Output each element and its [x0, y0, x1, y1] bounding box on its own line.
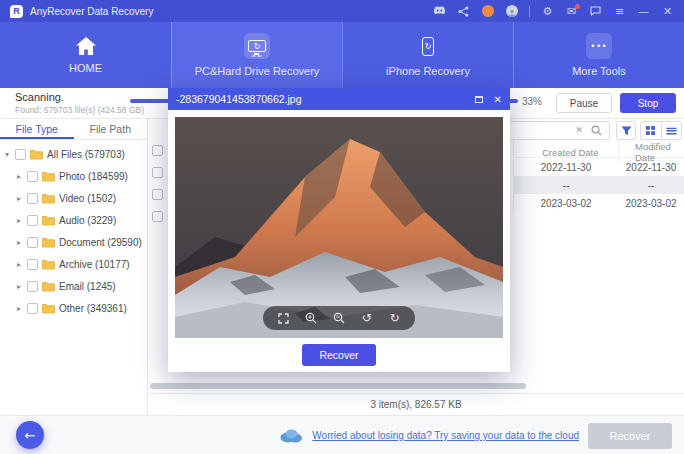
clear-search-icon[interactable]: ✕	[575, 125, 583, 135]
notification-badge	[575, 4, 580, 9]
caret-right-icon[interactable]: ▸	[17, 172, 27, 181]
share-icon[interactable]	[457, 5, 470, 18]
modal-recover-button[interactable]: Recover	[302, 344, 376, 366]
folder-icon	[42, 171, 55, 182]
row-checkbox[interactable]	[152, 189, 163, 200]
row-checkbox[interactable]	[152, 167, 163, 178]
cell-created-date: 2022-11-30	[514, 162, 618, 173]
tree-item-archive[interactable]: ▸ Archive (10177)	[0, 253, 147, 275]
tree-item-photo[interactable]: ▸ Photo (184599)	[0, 165, 147, 187]
tree-item-document[interactable]: ▸ Document (29590)	[0, 231, 147, 253]
settings-icon[interactable]: ⚙	[541, 5, 554, 18]
tree-checkbox[interactable]	[27, 259, 38, 270]
feedback-icon[interactable]	[589, 5, 602, 18]
pause-button[interactable]: Pause	[556, 93, 612, 113]
nav-tab-label: More Tools	[572, 65, 626, 77]
tree-item-audio[interactable]: ▸ Audio (3229)	[0, 209, 147, 231]
recover-button-disabled[interactable]: Recover	[588, 423, 672, 449]
account-avatar-icon[interactable]	[505, 5, 518, 18]
select-all-checkbox[interactable]	[152, 145, 163, 156]
tree-item-email[interactable]: ▸ Email (1245)	[0, 275, 147, 297]
nav-tab-label: PC&Hard Drive Recovery	[195, 65, 320, 77]
table-row-selected[interactable]: -- --	[514, 176, 684, 194]
tree-item-all-files[interactable]: ▾ All Files (579703)	[0, 143, 147, 165]
folder-icon	[42, 281, 55, 292]
file-type-tree: ▾ All Files (579703) ▸ Photo (184599) ▸ …	[0, 140, 147, 319]
search-icon[interactable]	[591, 125, 602, 136]
table-row[interactable]: 2023-03-02 2023-03-02	[514, 194, 684, 212]
rotate-left-icon[interactable]: ↺	[359, 311, 374, 326]
back-button[interactable]: ←	[16, 421, 44, 449]
close-button[interactable]: ✕	[661, 5, 674, 18]
minimize-button[interactable]: —	[637, 5, 650, 18]
horizontal-scrollbar[interactable]	[150, 383, 526, 389]
tree-checkbox[interactable]	[15, 149, 26, 160]
tree-checkbox[interactable]	[27, 193, 38, 204]
inbox-icon[interactable]: ✉	[565, 5, 578, 18]
tree-checkbox[interactable]	[27, 171, 38, 182]
caret-right-icon[interactable]: ▸	[17, 282, 27, 291]
menu-icon[interactable]: ≡	[613, 5, 626, 18]
tree-checkbox[interactable]	[27, 303, 38, 314]
tab-iphone-recovery[interactable]: ↻ iPhone Recovery	[342, 22, 513, 88]
app-logo-icon: R	[10, 5, 23, 18]
caret-right-icon[interactable]: ▸	[17, 260, 27, 269]
tree-item-label: Audio (3229)	[59, 215, 116, 226]
title-bar: R AnyRecover Data Recovery ⚙ ✉ ≡ — ✕	[0, 0, 684, 22]
zoom-in-icon[interactable]	[304, 311, 319, 326]
tree-checkbox[interactable]	[27, 281, 38, 292]
promotion-icon[interactable]	[481, 5, 494, 18]
scan-found-count: Found: 579703 file(s) (424.58 GB)	[15, 105, 144, 115]
caret-right-icon[interactable]: ▸	[17, 304, 27, 313]
tree-checkbox[interactable]	[27, 237, 38, 248]
iphone-recovery-icon: ↻	[415, 33, 441, 59]
list-view-button[interactable]: ≡	[661, 122, 682, 139]
zoom-out-icon[interactable]	[331, 311, 346, 326]
preview-modal: -283679041453870662.jpg ✕	[168, 88, 510, 372]
grid-view-icon	[646, 126, 655, 135]
filter-button[interactable]	[616, 121, 636, 140]
row-checkbox[interactable]	[152, 211, 163, 222]
stop-button[interactable]: Stop	[620, 93, 676, 113]
cell-created-date: 2023-03-02	[514, 198, 618, 209]
titlebar-divider	[529, 6, 530, 17]
maximize-icon[interactable]	[475, 96, 483, 103]
more-tools-icon: •••	[586, 33, 612, 59]
file-tree-panel: File Type File Path ▾ All Files (579703)…	[0, 118, 148, 415]
table-header-row: Created Date Modified Date	[514, 141, 684, 158]
discord-icon[interactable]	[433, 5, 446, 18]
tree-item-label: Video (1502)	[59, 193, 116, 204]
preview-modal-titlebar[interactable]: -283679041453870662.jpg ✕	[168, 88, 510, 110]
tree-checkbox[interactable]	[27, 215, 38, 226]
tree-item-label: All Files (579703)	[47, 149, 125, 160]
tab-file-path[interactable]: File Path	[74, 119, 148, 139]
folder-icon	[42, 259, 55, 270]
pc-recovery-icon: ↻	[244, 33, 270, 59]
caret-down-icon[interactable]: ▾	[5, 150, 15, 159]
tab-home[interactable]: HOME	[0, 22, 171, 88]
cloud-icon	[279, 428, 303, 443]
tab-pc-hard-drive-recovery[interactable]: ↻ PC&Hard Drive Recovery	[171, 22, 342, 88]
grid-view-button[interactable]	[641, 122, 661, 139]
close-preview-icon[interactable]: ✕	[494, 94, 502, 105]
tree-item-video[interactable]: ▸ Video (1502)	[0, 187, 147, 209]
caret-right-icon[interactable]: ▸	[17, 238, 27, 247]
cloud-backup-link[interactable]: Worried about losing data? Try saving yo…	[312, 430, 579, 441]
tree-item-other[interactable]: ▸ Other (349361)	[0, 297, 147, 319]
rotate-right-icon[interactable]: ↻	[387, 311, 402, 326]
fit-screen-icon[interactable]	[276, 311, 291, 326]
tree-item-label: Document (29590)	[59, 237, 142, 248]
column-header-modified-date[interactable]: Modified Date	[618, 141, 684, 163]
caret-right-icon[interactable]: ▸	[17, 194, 27, 203]
caret-right-icon[interactable]: ▸	[17, 216, 27, 225]
table-row[interactable]: 2022-11-30 2022-11-30	[514, 158, 684, 176]
main-nav: HOME ↻ PC&Hard Drive Recovery ↻ iPhone R…	[0, 22, 684, 88]
folder-icon	[42, 215, 55, 226]
app-title: AnyRecover Data Recovery	[30, 6, 153, 17]
column-header-created-date[interactable]: Created Date	[514, 147, 618, 158]
folder-icon	[42, 303, 55, 314]
tab-file-type[interactable]: File Type	[0, 119, 74, 139]
image-preview: ↺ ↻	[175, 117, 503, 338]
tree-item-label: Photo (184599)	[59, 171, 128, 182]
tab-more-tools[interactable]: ••• More Tools	[513, 22, 684, 88]
